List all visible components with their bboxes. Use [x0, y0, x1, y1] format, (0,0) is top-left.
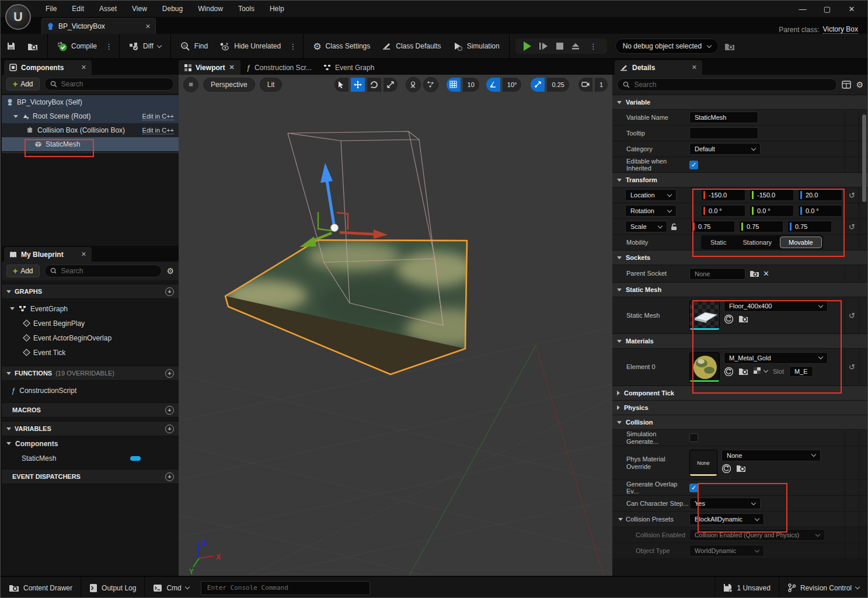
collapse-arrow-icon[interactable] [618, 518, 623, 521]
rotation-x-input[interactable]: 0.0 ° [701, 205, 745, 217]
use-selected-asset-icon[interactable] [721, 464, 731, 473]
eventgraph-row[interactable]: EventGraph [2, 301, 179, 316]
texture-picker-icon[interactable] [753, 367, 762, 376]
grid-snap-value[interactable]: 10 [463, 78, 479, 92]
scale-snap-value[interactable]: 0.25 [547, 78, 569, 92]
compile-button[interactable]: Compile [51, 37, 103, 55]
surface-snap-icon[interactable] [423, 77, 438, 92]
browse-to-asset-icon[interactable] [736, 464, 745, 473]
phys-material-dropdown[interactable]: None [721, 450, 821, 461]
close-icon[interactable]: ✕ [229, 64, 234, 71]
menu-edit[interactable]: Edit [64, 1, 92, 17]
gizmo-origin-handle[interactable] [331, 224, 339, 232]
simulation-button[interactable]: Simulation [447, 37, 506, 55]
scale-tool-icon[interactable] [384, 78, 398, 92]
add-variable-icon[interactable]: + [165, 425, 174, 433]
add-dispatcher-icon[interactable]: + [165, 472, 174, 481]
object-type-dropdown[interactable]: WorldDynamic [689, 545, 764, 557]
frame-skip-icon[interactable] [539, 41, 549, 51]
viewport-3d-scene[interactable]: Z X Y [179, 94, 612, 576]
add-blueprint-item-button[interactable]: +Add [6, 265, 40, 277]
browse-asset-button[interactable] [22, 37, 44, 55]
add-macro-icon[interactable]: + [165, 406, 174, 415]
location-reset-icon[interactable]: ↺ [845, 187, 859, 203]
staticmesh-variable-row[interactable]: StaticMesh [2, 451, 179, 465]
section-variable[interactable]: Variable [612, 95, 868, 109]
component-row-collision-box[interactable]: Collision Box (Collision Box) Edit in C+… [2, 123, 179, 137]
simulation-generates-checkbox[interactable] [689, 433, 698, 442]
compile-options-icon[interactable]: ⋮ [103, 42, 116, 51]
details-tab[interactable]: Details ✕ [615, 60, 702, 75]
perspective-button[interactable]: Perspective [203, 78, 255, 92]
material-reset-icon[interactable]: ↺ [845, 349, 859, 385]
section-static-mesh[interactable]: Static Mesh [612, 282, 868, 297]
event-dispatchers-section-header[interactable]: EVENT DISPATCHERS + [2, 469, 179, 484]
add-function-icon[interactable]: + [165, 369, 174, 378]
variables-section-header[interactable]: VARIABLES + [2, 421, 179, 436]
mobility-static[interactable]: Static [702, 237, 735, 248]
rotation-snap-value[interactable]: 10° [503, 78, 522, 92]
unreal-logo-icon[interactable]: U [5, 4, 31, 30]
location-y-input[interactable]: -150.0 [750, 189, 794, 201]
browse-to-asset-icon[interactable] [738, 367, 748, 376]
component-row-staticmesh[interactable]: StaticMesh [2, 137, 179, 151]
class-settings-button[interactable]: ⚙ Class Settings [307, 37, 376, 55]
lit-button[interactable]: Lit [260, 78, 283, 92]
components-category-row[interactable]: Components [2, 436, 179, 451]
viewport-options-icon[interactable]: ≡ [183, 77, 198, 92]
tooltip-input[interactable] [689, 127, 758, 139]
close-icon[interactable]: ✕ [81, 64, 86, 71]
debug-browse-button[interactable] [719, 37, 741, 55]
hide-unrelated-button[interactable]: Hide Unrelated [214, 37, 287, 55]
move-tool-icon[interactable] [351, 78, 365, 92]
tab-bp-victorybox[interactable]: BP_VictoryBox ✕ [41, 18, 156, 34]
cmd-dropdown[interactable]: Cmd [145, 576, 197, 598]
menu-file[interactable]: File [38, 1, 64, 17]
slot-name-input[interactable]: M_E [789, 366, 813, 377]
close-icon[interactable]: ✕ [81, 251, 86, 258]
event-tick-row[interactable]: Event Tick [2, 345, 179, 360]
expand-arrow-icon[interactable] [13, 115, 18, 118]
scale-snap-icon[interactable] [531, 78, 545, 92]
gizmo-x-arrow[interactable] [340, 232, 374, 234]
mobility-stationary[interactable]: Stationary [735, 237, 780, 248]
play-options-icon[interactable]: ⋮ [587, 42, 600, 51]
construction-script-row[interactable]: ƒ ConstructionScript [2, 383, 179, 398]
static-mesh-thumbnail[interactable] [689, 300, 720, 331]
rotation-y-input[interactable]: 0.0 ° [750, 205, 794, 217]
macros-section-header[interactable]: MACROS + [2, 402, 179, 418]
browse-to-asset-icon[interactable] [738, 314, 748, 324]
eject-icon[interactable] [571, 42, 580, 50]
world-coordinate-icon[interactable] [406, 77, 421, 92]
stop-icon[interactable] [556, 42, 564, 50]
camera-speed-icon[interactable] [578, 78, 592, 92]
my-blueprint-tab[interactable]: My Blueprint ✕ [4, 247, 92, 262]
static-mesh-dropdown[interactable]: Floor_400x400 [724, 300, 828, 312]
socket-browse-icon[interactable] [750, 269, 759, 279]
details-search[interactable] [617, 78, 837, 91]
revision-control-button[interactable]: Revision Control [779, 576, 867, 598]
unsaved-button[interactable]: 1 Unsaved [715, 576, 779, 598]
components-tab[interactable]: Components ✕ [4, 60, 92, 75]
generate-overlap-checkbox[interactable]: ✓ [689, 484, 698, 492]
collision-presets-dropdown[interactable]: BlockAllDynamic [689, 513, 764, 525]
menu-tools[interactable]: Tools [231, 1, 262, 17]
components-search-input[interactable] [60, 79, 168, 89]
camera-speed-value[interactable]: 1 [595, 78, 608, 92]
material-dropdown[interactable]: M_Metal_Gold [724, 352, 828, 364]
scale-z-input[interactable]: 0.75 [787, 221, 832, 232]
close-icon[interactable]: ✕ [692, 64, 697, 71]
rotation-z-input[interactable]: 0.0 ° [798, 205, 842, 217]
menu-help[interactable]: Help [262, 1, 292, 17]
editable-checkbox[interactable]: ✓ [689, 161, 698, 169]
component-row-root-scene[interactable]: Root Scene (Root) Edit in C++ [2, 109, 179, 123]
debug-object-dropdown[interactable]: No debug object selected [615, 39, 719, 54]
menu-view[interactable]: View [124, 1, 155, 17]
use-selected-asset-icon[interactable] [724, 314, 733, 324]
category-dropdown[interactable]: Default [689, 143, 761, 155]
material-thumbnail[interactable] [689, 352, 720, 383]
grid-snap-icon[interactable] [447, 78, 461, 92]
section-materials[interactable]: Materials [612, 333, 868, 348]
can-character-step-dropdown[interactable]: Yes [689, 498, 761, 509]
component-row-self[interactable]: BP_VictoryBox (Self) [2, 95, 179, 109]
